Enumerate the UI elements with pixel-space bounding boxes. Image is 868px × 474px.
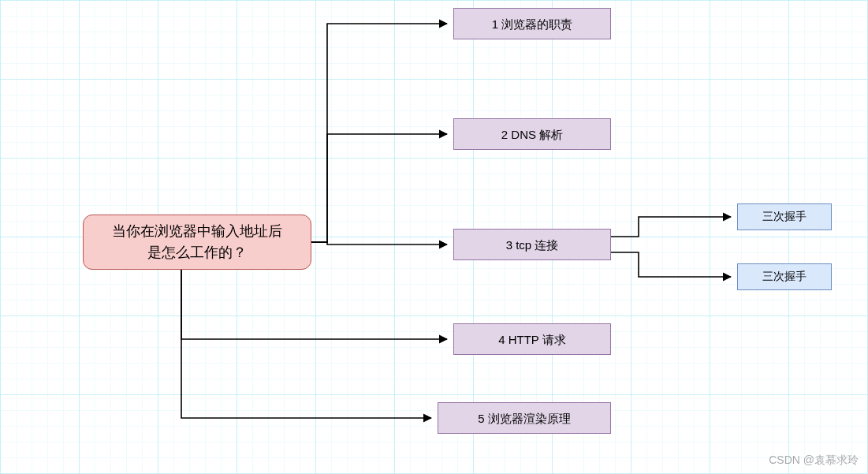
watermark: CSDN @袁慕求玲 bbox=[769, 453, 859, 468]
leaf-node-2-text: 三次握手 bbox=[762, 269, 807, 285]
mid-node-5-text: 5 浏览器渲染原理 bbox=[478, 410, 571, 427]
mid-node-3-text: 3 tcp 连接 bbox=[506, 237, 559, 253]
mid-node-1[interactable]: 1 浏览器的职责 bbox=[453, 8, 611, 39]
root-text: 当你在浏览器中输入地址后 是怎么工作的？ bbox=[112, 221, 282, 263]
mid-node-1-text: 1 浏览器的职责 bbox=[492, 16, 573, 32]
leaf-node-1[interactable]: 三次握手 bbox=[737, 203, 832, 230]
mid-node-4-text: 4 HTTP 请求 bbox=[498, 331, 566, 348]
diagram-canvas: 当你在浏览器中输入地址后 是怎么工作的？ 1 浏览器的职责 2 DNS 解析 3… bbox=[0, 0, 868, 474]
leaf-node-1-text: 三次握手 bbox=[762, 209, 807, 225]
mid-node-4[interactable]: 4 HTTP 请求 bbox=[453, 323, 611, 355]
root-question[interactable]: 当你在浏览器中输入地址后 是怎么工作的？ bbox=[83, 215, 311, 270]
mid-node-2[interactable]: 2 DNS 解析 bbox=[453, 118, 611, 150]
mid-node-3[interactable]: 3 tcp 连接 bbox=[453, 229, 611, 260]
leaf-node-2[interactable]: 三次握手 bbox=[737, 263, 832, 290]
mid-node-2-text: 2 DNS 解析 bbox=[501, 126, 563, 143]
mid-node-5[interactable]: 5 浏览器渲染原理 bbox=[438, 402, 611, 434]
